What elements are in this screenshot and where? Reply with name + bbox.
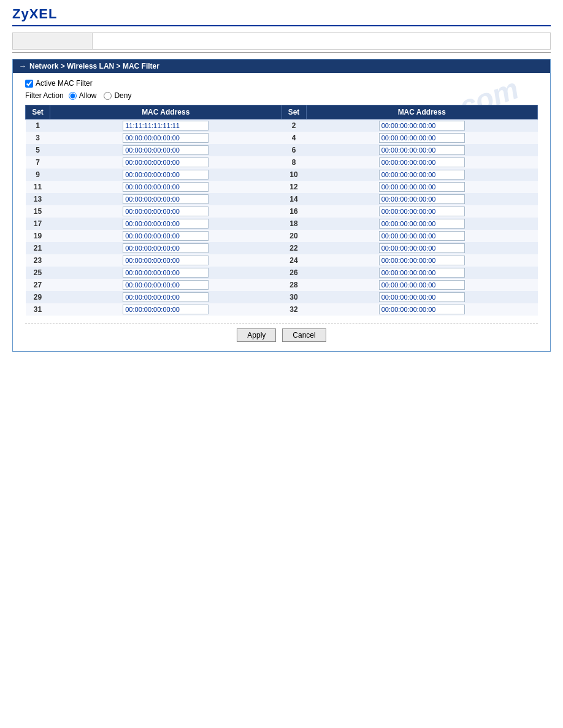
active-mac-filter-checkbox[interactable]	[25, 80, 33, 88]
table-row: 910	[26, 169, 538, 181]
set2-cell: 20	[282, 230, 306, 242]
panel-header: → Network > Wireless LAN > MAC Filter	[13, 59, 550, 73]
mac2-cell[interactable]	[306, 181, 538, 193]
mac2-input[interactable]	[379, 207, 465, 216]
mac1-cell[interactable]	[50, 205, 282, 218]
col-set1-header: Set	[26, 105, 50, 119]
mac2-input[interactable]	[379, 145, 465, 155]
mac1-input[interactable]	[123, 305, 209, 314]
table-row: 34	[26, 132, 538, 144]
mac2-cell[interactable]	[306, 254, 538, 267]
mac1-cell[interactable]	[50, 181, 282, 193]
mac2-input[interactable]	[379, 170, 465, 180]
col-mac2-header: MAC Address	[306, 105, 538, 119]
mac2-cell[interactable]	[306, 193, 538, 205]
breadcrumb-arrow: →	[19, 62, 26, 70]
mac1-input[interactable]	[123, 194, 209, 204]
table-row: 1920	[26, 230, 538, 242]
mac1-cell[interactable]	[50, 119, 282, 132]
filter-action-label: Filter Action	[25, 91, 64, 100]
mac1-input[interactable]	[123, 170, 209, 180]
mac2-cell[interactable]	[306, 218, 538, 230]
mac1-input[interactable]	[123, 256, 209, 265]
mac1-cell[interactable]	[50, 169, 282, 181]
mac2-input[interactable]	[379, 194, 465, 204]
breadcrumb: Network > Wireless LAN > MAC Filter	[29, 62, 159, 70]
mac2-input[interactable]	[379, 243, 465, 253]
set2-cell: 8	[282, 156, 306, 169]
mac1-cell[interactable]	[50, 156, 282, 169]
mac2-cell[interactable]	[306, 169, 538, 181]
main-content: manualsarchive.com → Network > Wireless …	[12, 59, 551, 352]
mac1-input[interactable]	[123, 219, 209, 229]
apply-button[interactable]: Apply	[237, 328, 276, 342]
deny-radio[interactable]	[104, 92, 112, 100]
table-row: 1516	[26, 205, 538, 218]
mac1-cell[interactable]	[50, 267, 282, 279]
mac2-cell[interactable]	[306, 205, 538, 218]
mac1-cell[interactable]	[50, 303, 282, 316]
mac2-cell[interactable]	[306, 230, 538, 242]
set2-cell: 6	[282, 144, 306, 156]
mac2-input[interactable]	[379, 182, 465, 192]
mac2-cell[interactable]	[306, 132, 538, 144]
nav-bar	[12, 32, 551, 50]
mac1-cell[interactable]	[50, 193, 282, 205]
mac1-input[interactable]	[123, 207, 209, 216]
mac2-input[interactable]	[379, 157, 465, 167]
set1-cell: 27	[26, 279, 50, 291]
mac2-cell[interactable]	[306, 291, 538, 303]
mac2-input[interactable]	[379, 231, 465, 241]
mac2-input[interactable]	[379, 219, 465, 229]
mac2-cell[interactable]	[306, 279, 538, 291]
mac1-input[interactable]	[123, 182, 209, 192]
mac1-input[interactable]	[123, 121, 209, 131]
mac2-cell[interactable]	[306, 303, 538, 316]
mac1-cell[interactable]	[50, 291, 282, 303]
table-row: 2930	[26, 291, 538, 303]
mac1-input[interactable]	[123, 268, 209, 278]
mac1-cell[interactable]	[50, 132, 282, 144]
mac2-input[interactable]	[379, 256, 465, 265]
set1-cell: 15	[26, 205, 50, 218]
cancel-button[interactable]: Cancel	[282, 328, 326, 342]
set1-cell: 19	[26, 230, 50, 242]
mac1-input[interactable]	[123, 157, 209, 167]
mac1-cell[interactable]	[50, 218, 282, 230]
mac1-input[interactable]	[123, 280, 209, 290]
mac2-cell[interactable]	[306, 119, 538, 132]
mac1-cell[interactable]	[50, 144, 282, 156]
mac-filter-table: Set MAC Address Set MAC Address 12345678…	[25, 105, 538, 316]
mac1-input[interactable]	[123, 243, 209, 253]
mac1-input[interactable]	[123, 231, 209, 241]
table-row: 2324	[26, 254, 538, 267]
mac1-input[interactable]	[123, 133, 209, 143]
mac2-cell[interactable]	[306, 267, 538, 279]
active-mac-filter-label[interactable]: Active MAC Filter	[25, 79, 93, 88]
mac2-input[interactable]	[379, 305, 465, 314]
deny-option[interactable]: Deny	[104, 91, 131, 100]
mac2-input[interactable]	[379, 121, 465, 131]
mac2-input[interactable]	[379, 280, 465, 290]
set2-cell: 24	[282, 254, 306, 267]
mac2-cell[interactable]	[306, 144, 538, 156]
set2-cell: 4	[282, 132, 306, 144]
set1-cell: 21	[26, 242, 50, 254]
mac2-input[interactable]	[379, 292, 465, 302]
allow-option[interactable]: Allow	[69, 91, 97, 100]
mac2-cell[interactable]	[306, 242, 538, 254]
mac1-cell[interactable]	[50, 230, 282, 242]
set1-cell: 9	[26, 169, 50, 181]
mac2-input[interactable]	[379, 133, 465, 143]
mac1-cell[interactable]	[50, 254, 282, 267]
mac1-cell[interactable]	[50, 279, 282, 291]
mac2-input[interactable]	[379, 268, 465, 278]
allow-radio[interactable]	[69, 92, 77, 100]
mac2-cell[interactable]	[306, 156, 538, 169]
set1-cell: 13	[26, 193, 50, 205]
mac1-input[interactable]	[123, 292, 209, 302]
mac1-input[interactable]	[123, 145, 209, 155]
mac1-cell[interactable]	[50, 242, 282, 254]
set2-cell: 30	[282, 291, 306, 303]
table-row: 1314	[26, 193, 538, 205]
